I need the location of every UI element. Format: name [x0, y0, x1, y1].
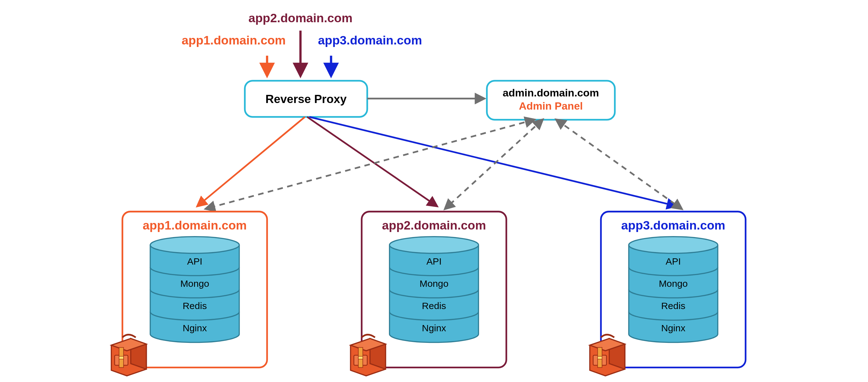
incoming-label-app2: app2.domain.com	[248, 11, 353, 25]
incoming-label-app1: app1.domain.com	[182, 33, 286, 47]
stack-layer-1: Mongo	[659, 278, 687, 289]
svg-rect-7	[119, 356, 124, 359]
app-title: app2.domain.com	[382, 218, 486, 232]
stack-layer-1: Mongo	[420, 278, 448, 289]
proxy-to-app1-arrow	[197, 117, 305, 206]
stack-layer-0: API	[665, 256, 681, 266]
svg-point-12	[629, 237, 718, 253]
stack-layer-0: API	[427, 256, 442, 266]
db-cylinder-icon: API Mongo Redis Nginx	[629, 237, 718, 343]
stack-layer-2: Redis	[183, 301, 207, 311]
db-cylinder-icon: API Mongo Redis Nginx	[150, 237, 239, 343]
svg-point-4	[150, 237, 239, 253]
stack-layer-2: Redis	[661, 301, 685, 311]
admin-app1-link	[206, 120, 534, 209]
stack-layer-3: Nginx	[183, 323, 207, 333]
stack-layer-0: API	[187, 256, 203, 266]
svg-rect-15	[598, 356, 602, 359]
reverse-proxy-label: Reverse Proxy	[265, 92, 347, 106]
stack-layer-1: Mongo	[180, 278, 209, 289]
stack-layer-2: Redis	[422, 301, 446, 311]
app-box-1: app1.domain.com API Mongo Redis Nginx	[112, 212, 267, 376]
app-box-3: app3.domain.com API Mongo Redis Nginx	[590, 212, 746, 376]
incoming-label-app3: app3.domain.com	[318, 33, 422, 47]
svg-point-8	[390, 237, 479, 253]
admin-app2-link	[445, 120, 542, 209]
app-title: app3.domain.com	[621, 218, 725, 232]
app-title: app1.domain.com	[143, 218, 247, 232]
admin-panel-label: Admin Panel	[519, 100, 583, 112]
admin-domain-label: admin.domain.com	[503, 87, 599, 99]
db-cylinder-icon: API Mongo Redis Nginx	[390, 237, 479, 343]
app-box-2: app2.domain.com API Mongo Redis Nginx	[350, 212, 506, 376]
proxy-to-app2-arrow	[307, 117, 437, 206]
svg-rect-11	[358, 356, 363, 359]
architecture-diagram: app2.domain.com app1.domain.com app3.dom…	[0, 0, 868, 382]
stack-layer-3: Nginx	[422, 323, 446, 333]
stack-layer-3: Nginx	[661, 323, 685, 333]
admin-app3-link	[556, 120, 682, 209]
